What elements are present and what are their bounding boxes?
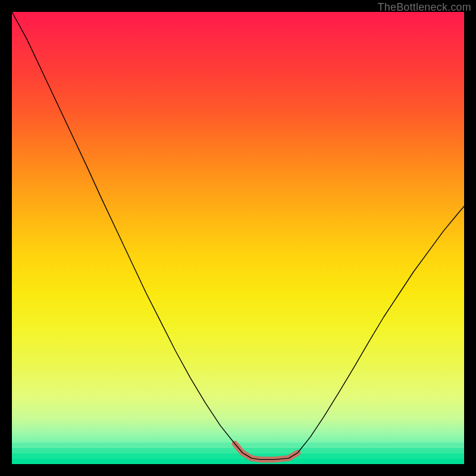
bottleneck-curve-path <box>12 12 464 459</box>
curve-svg <box>12 12 464 464</box>
bottleneck-highlight-path <box>235 444 298 460</box>
plot-area <box>12 12 464 464</box>
chart-canvas: TheBottleneck.com <box>0 0 476 476</box>
watermark-text: TheBottleneck.com <box>378 1 471 14</box>
